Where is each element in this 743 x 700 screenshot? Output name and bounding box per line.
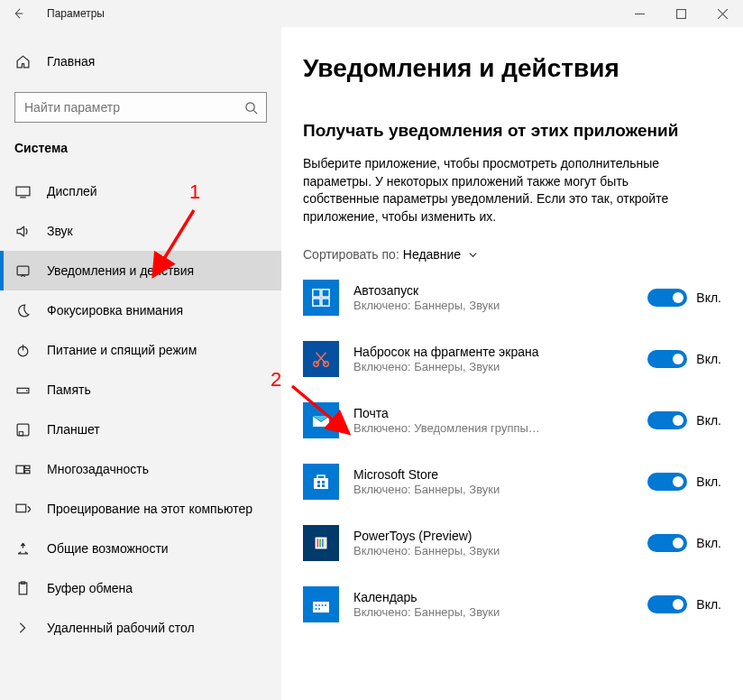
sidebar-section-system: Система	[0, 141, 281, 155]
toggle-state: Вкл.	[696, 290, 721, 305]
search-icon	[244, 100, 259, 115]
sidebar-home-label: Главная	[47, 54, 95, 69]
svg-rect-22	[317, 481, 320, 484]
chevron-down-icon	[468, 250, 478, 260]
store-icon	[303, 464, 339, 500]
sidebar-item-label: Общие возможности	[47, 541, 281, 556]
title-bar: Параметры	[0, 0, 743, 27]
power-icon	[14, 342, 31, 358]
sidebar-item-label: Многозадачность	[47, 462, 281, 476]
app-name: Почта	[353, 405, 633, 421]
app-sub: Включено: Уведомления группы…	[353, 421, 543, 437]
multitask-icon	[14, 461, 31, 477]
toggle-switch[interactable]	[647, 289, 687, 307]
display-icon	[14, 183, 31, 199]
sidebar-item-sound[interactable]: Звук	[0, 211, 281, 251]
svg-rect-9	[16, 465, 24, 474]
sidebar-home[interactable]: Главная	[0, 43, 281, 79]
app-name: Microsoft Store	[353, 466, 633, 483]
app-name: PowerToys (Preview)	[353, 528, 633, 544]
project-icon	[14, 501, 31, 517]
sidebar-item-label: Питание и спящий режим	[47, 343, 281, 357]
calendar-icon	[303, 586, 339, 622]
sidebar-item-storage[interactable]: Память	[0, 370, 281, 410]
sidebar-item-label: Буфер обмена	[47, 581, 281, 595]
maximize-button[interactable]	[660, 0, 702, 27]
app-item-store[interactable]: Microsoft Store Включено: Баннеры, Звуки…	[303, 464, 721, 500]
svg-rect-13	[19, 583, 27, 594]
sidebar-item-label: Удаленный рабочий стол	[47, 621, 281, 635]
app-item-autoplay[interactable]: Автозапуск Включено: Баннеры, Звуки Вкл.	[303, 280, 721, 316]
sidebar-item-label: Память	[47, 382, 281, 397]
sidebar-item-remote[interactable]: Удаленный рабочий стол	[0, 608, 281, 648]
svg-point-38	[318, 608, 320, 610]
sort-dropdown[interactable]: Сортировать по: Недавние	[303, 247, 721, 262]
svg-rect-29	[322, 539, 324, 548]
svg-rect-28	[319, 539, 321, 548]
sidebar-item-focus[interactable]: Фокусировка внимания	[0, 290, 281, 330]
shared-icon	[14, 540, 31, 557]
back-button[interactable]	[5, 1, 31, 26]
app-sub: Включено: Баннеры, Звуки	[353, 299, 543, 314]
sidebar-item-display[interactable]: Дисплей	[0, 171, 281, 211]
toggle-switch[interactable]	[647, 350, 687, 368]
toggle-switch[interactable]	[647, 473, 687, 491]
app-item-calendar[interactable]: Календарь Включено: Баннеры, Звуки Вкл.	[303, 586, 721, 622]
search-input[interactable]	[23, 99, 244, 115]
sidebar-item-label: Дисплей	[47, 184, 281, 198]
sort-value: Недавние	[403, 247, 461, 262]
svg-point-37	[316, 608, 317, 610]
app-sub: Включено: Баннеры, Звуки	[353, 544, 543, 559]
sidebar-item-projecting[interactable]: Проецирование на этот компьютер	[0, 489, 281, 529]
toggle-switch[interactable]	[647, 411, 687, 429]
annotation-number-2: 2	[271, 368, 281, 391]
sidebar-item-tablet[interactable]: Планшет	[0, 410, 281, 449]
app-name: Календарь	[353, 589, 633, 605]
tablet-icon	[14, 421, 31, 438]
svg-rect-32	[313, 598, 329, 602]
sort-label: Сортировать по:	[303, 247, 399, 262]
svg-rect-11	[24, 470, 29, 473]
toggle-state: Вкл.	[696, 536, 721, 550]
app-item-mail[interactable]: Почта Включено: Уведомления группы… Вкл.	[303, 402, 721, 438]
svg-rect-27	[316, 539, 318, 548]
svg-point-1	[246, 102, 254, 110]
toggle-state: Вкл.	[696, 474, 721, 489]
sound-icon	[14, 223, 31, 239]
minimize-button[interactable]	[619, 0, 660, 27]
toggle-state: Вкл.	[696, 413, 721, 428]
moon-icon	[14, 302, 31, 318]
svg-rect-17	[313, 299, 320, 306]
svg-rect-16	[322, 290, 329, 297]
app-list: Автозапуск Включено: Баннеры, Звуки Вкл.…	[303, 280, 721, 622]
sidebar-item-label: Звук	[47, 224, 281, 238]
toggle-switch[interactable]	[647, 534, 687, 552]
sidebar-item-power[interactable]: Питание и спящий режим	[0, 330, 281, 370]
window-controls	[619, 0, 743, 27]
section-description: Выберите приложение, чтобы просмотреть д…	[303, 155, 691, 226]
app-item-snip[interactable]: Набросок на фрагменте экрана Включено: Б…	[303, 341, 721, 377]
svg-rect-2	[16, 187, 30, 196]
toggle-switch[interactable]	[647, 595, 687, 613]
sidebar-item-shared[interactable]: Общие возможности	[0, 529, 281, 568]
svg-rect-25	[322, 484, 325, 487]
autoplay-icon	[303, 280, 339, 316]
svg-rect-0	[676, 9, 685, 18]
svg-rect-8	[19, 431, 23, 435]
close-button[interactable]	[702, 0, 743, 27]
app-item-powertoys[interactable]: PowerToys (Preview) Включено: Баннеры, З…	[303, 525, 721, 561]
toggle-state: Вкл.	[696, 597, 721, 612]
svg-point-6	[25, 390, 27, 391]
sidebar-item-multitask[interactable]: Многозадачность	[0, 449, 281, 489]
sidebar-item-label: Планшет	[47, 422, 281, 437]
svg-rect-30	[325, 539, 326, 548]
toggle-state: Вкл.	[696, 352, 721, 366]
svg-point-35	[322, 604, 324, 606]
mail-icon	[303, 402, 339, 438]
sidebar-item-clipboard[interactable]: Буфер обмена	[0, 568, 281, 608]
search-box[interactable]	[14, 92, 267, 123]
sidebar-item-label: Уведомления и действия	[47, 263, 281, 278]
svg-rect-24	[317, 484, 320, 487]
annotation-number-1: 1	[189, 180, 200, 204]
sidebar-item-notifications[interactable]: Уведомления и действия	[0, 251, 281, 290]
